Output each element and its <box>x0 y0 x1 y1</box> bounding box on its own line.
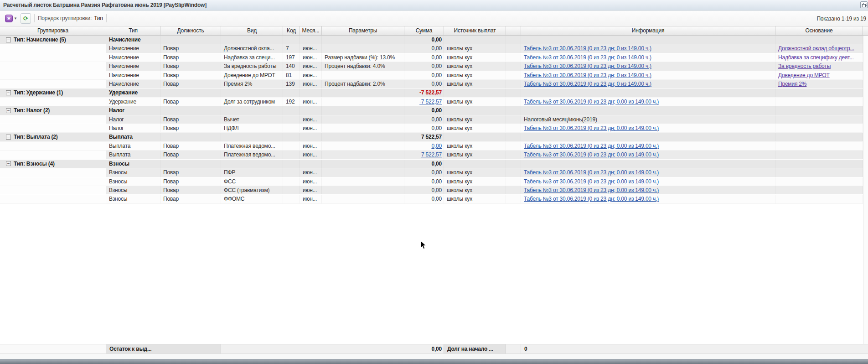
grouping-cell <box>0 44 106 52</box>
scrollbar-track[interactable] <box>863 36 868 344</box>
column-header-3[interactable]: Должность <box>160 26 221 35</box>
collapse-minus-icon[interactable]: − <box>6 90 11 95</box>
table-row[interactable]: ВзносыПоварФССиюн...0,00школы кухТабель … <box>0 177 863 186</box>
basis-link[interactable]: За вредность работы <box>778 63 831 69</box>
timesheet-link[interactable]: Табель №3 от 30.06.2019 (0 из 23 дн; 0.0… <box>524 196 659 202</box>
group-row[interactable]: −Тип: Удержание (1)Удержание-7 522,57 <box>0 88 863 97</box>
basis-link[interactable]: Премия 2% <box>778 81 806 87</box>
timesheet-link[interactable]: Табель №3 от 30.06.2019 (0 из 23 дн; 0.0… <box>524 151 659 158</box>
spacer-cell <box>506 71 521 79</box>
empty-cell <box>506 36 521 44</box>
empty-cell <box>506 133 521 141</box>
timesheet-link[interactable]: Табель №3 от 30.06.2019 (0 из 23 дн; 0.0… <box>524 187 659 193</box>
refresh-button[interactable]: ⟳ <box>21 13 31 24</box>
payslip-window: Расчетный листок Батршина Рамзия Рафгато… <box>0 0 868 364</box>
grouping-order-value: Тип <box>94 15 103 21</box>
table-row[interactable]: НачислениеПоварДоведение до МРОТ81июн...… <box>0 71 863 80</box>
table-row[interactable]: ВзносыПоварФСС (травматизм)июн...0,00шко… <box>0 186 863 195</box>
sum-cell: 0,00 <box>404 53 444 62</box>
column-header-5[interactable]: Код <box>283 26 300 35</box>
summary-bar: Остаток к выд... 0,00 Долг на начало ...… <box>0 344 868 354</box>
table-header-row: ГруппировкаТипДолжностьВидКодМеся...Пара… <box>0 26 863 35</box>
empty-cell <box>160 133 221 141</box>
payment-source-cell: школы кух <box>444 186 506 194</box>
empty-cell <box>775 88 863 97</box>
actions-menu-button[interactable]: ✱ ▼ <box>4 13 19 23</box>
column-header-12[interactable]: Основание <box>775 26 863 35</box>
column-header-9[interactable]: Источник выплат <box>444 26 506 35</box>
parameters-cell: Процент надбавки: 4.0% <box>322 62 404 70</box>
code-cell <box>283 177 300 186</box>
spacer-cell <box>506 177 521 186</box>
basis-cell: Премия 2% <box>775 80 863 88</box>
table-row[interactable]: НалогПоварВычетиюн...0,00школы кухНалого… <box>0 115 863 124</box>
collapse-minus-icon[interactable]: − <box>6 108 11 113</box>
info-cell: Налоговый месяц/июнь(2019) <box>521 115 775 124</box>
basis-link[interactable]: Надбавка за специфику деят... <box>778 54 854 61</box>
basis-link[interactable]: Доведение до МРОТ <box>778 72 830 78</box>
column-header-8[interactable]: Сумма <box>404 26 444 35</box>
table-row[interactable]: ВыплатаПоварПлатежная ведомо...июн...7 5… <box>0 151 863 159</box>
spacer-cell <box>506 124 521 132</box>
column-header-1[interactable]: Группировка <box>0 26 106 35</box>
column-header-spacer[interactable] <box>506 26 521 35</box>
grouping-cell <box>0 168 106 177</box>
code-cell <box>283 186 300 194</box>
position-cell: Повар <box>160 71 221 79</box>
table-row[interactable]: НачислениеПоварНадбавка за специ...197ию… <box>0 53 863 62</box>
grouping-cell: −Тип: Выплата (2) <box>0 133 106 141</box>
table-row[interactable]: ВзносыПоварФФОМСиюн...0,00школы кухТабел… <box>0 195 863 203</box>
timesheet-link[interactable]: Табель №3 от 30.06.2019 (0 из 23 дн; 0 и… <box>524 63 651 69</box>
timesheet-link[interactable]: Табель №3 от 30.06.2019 (0 из 23 дн; 0.0… <box>524 143 659 149</box>
group-row[interactable]: −Тип: Взносы (4)Взносы0,00 <box>0 160 863 168</box>
collapse-minus-icon[interactable]: − <box>6 135 11 140</box>
timesheet-link[interactable]: Табель №3 от 30.06.2019 (0 из 23 дн; 0 и… <box>524 72 651 78</box>
code-cell: 81 <box>283 71 300 79</box>
table-row[interactable]: ВзносыПоварПФРиюн...0,00школы кухТабель … <box>0 168 863 177</box>
table-row[interactable]: НалогПоварНДФЛиюн...0,00школы кухТабель … <box>0 124 863 133</box>
table-row[interactable]: УдержаниеПоварДолг за сотрудником192июн.… <box>0 98 863 106</box>
timesheet-link[interactable]: Табель №3 от 30.06.2019 (0 из 23 дн; 0 и… <box>524 54 651 61</box>
restore-window-button[interactable] <box>860 1 868 8</box>
basis-link[interactable]: Должностной оклад общеотр... <box>778 45 854 52</box>
kind-cell: Платежная ведомо... <box>221 151 283 159</box>
column-header-11[interactable]: Информация <box>521 26 775 35</box>
sum-link[interactable]: 0,00 <box>431 143 442 149</box>
group-row[interactable]: −Тип: Налог (2)Налог0,00 <box>0 106 863 115</box>
sum-link[interactable]: -7 522,57 <box>419 99 442 105</box>
table-row[interactable]: НачислениеПоварДолжностной окла...7июн..… <box>0 44 863 53</box>
empty-cell <box>221 133 283 141</box>
position-cell: Повар <box>160 80 221 88</box>
grouping-cell: −Тип: Взносы (4) <box>0 160 106 168</box>
parameters-cell <box>322 142 404 150</box>
timesheet-link[interactable]: Табель №3 от 30.06.2019 (0 из 23 дн; 0.0… <box>524 169 659 176</box>
empty-cell <box>283 36 300 44</box>
column-header-6[interactable]: Меся... <box>300 26 322 35</box>
empty-cell <box>444 160 506 168</box>
timesheet-link[interactable]: Табель №3 от 30.06.2019 (0 из 23 дн; 0 и… <box>524 81 651 87</box>
sum-cell: 7 522,57 <box>404 151 444 159</box>
table-row[interactable]: НачислениеПоварПремия 2%139июн...Процент… <box>0 80 863 88</box>
collapse-minus-icon[interactable]: − <box>6 37 11 42</box>
column-header-2[interactable]: Тип <box>106 26 160 35</box>
kind-cell: ФФОМС <box>221 195 283 203</box>
payslip-table: −Тип: Начисление (5)Начисление0,00Начисл… <box>0 36 868 204</box>
group-row[interactable]: −Тип: Начисление (5)Начисление0,00 <box>0 36 863 44</box>
timesheet-link[interactable]: Табель №3 от 30.06.2019 (0 из 23 дн; 0 и… <box>524 45 651 52</box>
column-header-4[interactable]: Вид <box>221 26 283 35</box>
timesheet-link[interactable]: Табель №3 от 30.06.2019 (0 из 23 дн; 0.0… <box>524 178 659 185</box>
collapse-minus-icon[interactable]: − <box>6 161 11 166</box>
column-header-7[interactable]: Параметры <box>322 26 404 35</box>
timesheet-link[interactable]: Табель №3 от 30.06.2019 (0 из 23 дн; 0.0… <box>524 125 659 131</box>
mouse-cursor-arrow <box>420 240 426 250</box>
kind-cell: Премия 2% <box>221 80 283 88</box>
timesheet-link[interactable]: Табель №3 от 30.06.2019 (0 из 23 дн; 0.0… <box>524 99 659 105</box>
group-row[interactable]: −Тип: Выплата (2)Выплата7 522,57 <box>0 133 863 141</box>
month-cell: июн... <box>300 71 322 79</box>
table-row[interactable]: НачислениеПоварЗа вредность работы140июн… <box>0 62 863 71</box>
sum-link[interactable]: 7 522,57 <box>421 151 442 158</box>
kind-cell: НДФЛ <box>221 124 283 132</box>
info-cell: Табель №3 от 30.06.2019 (0 из 23 дн; 0.0… <box>521 124 775 132</box>
toolbar-separator <box>34 14 35 22</box>
table-row[interactable]: ВыплатаПоварПлатежная ведомо...июн...0,0… <box>0 142 863 151</box>
